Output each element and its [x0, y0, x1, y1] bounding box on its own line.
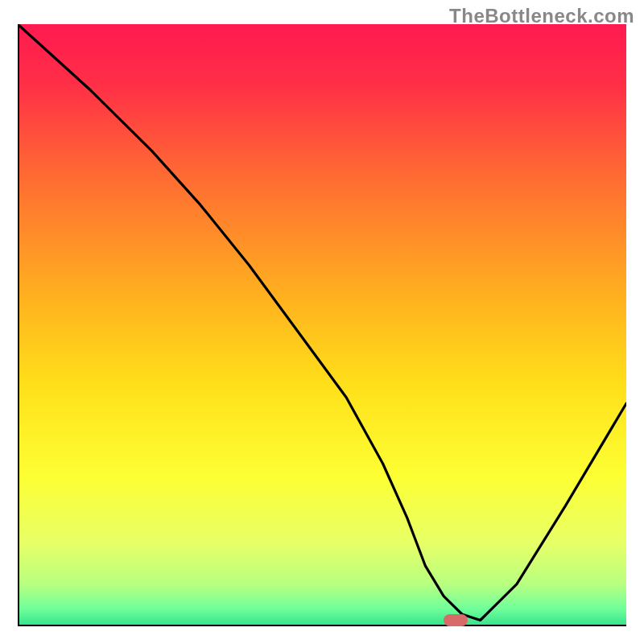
optimum-marker [444, 614, 468, 626]
chart-svg [18, 24, 626, 626]
x-axis-line [18, 625, 626, 626]
y-axis-line [18, 24, 19, 626]
plot-area [18, 24, 626, 626]
chart-background [18, 24, 626, 626]
